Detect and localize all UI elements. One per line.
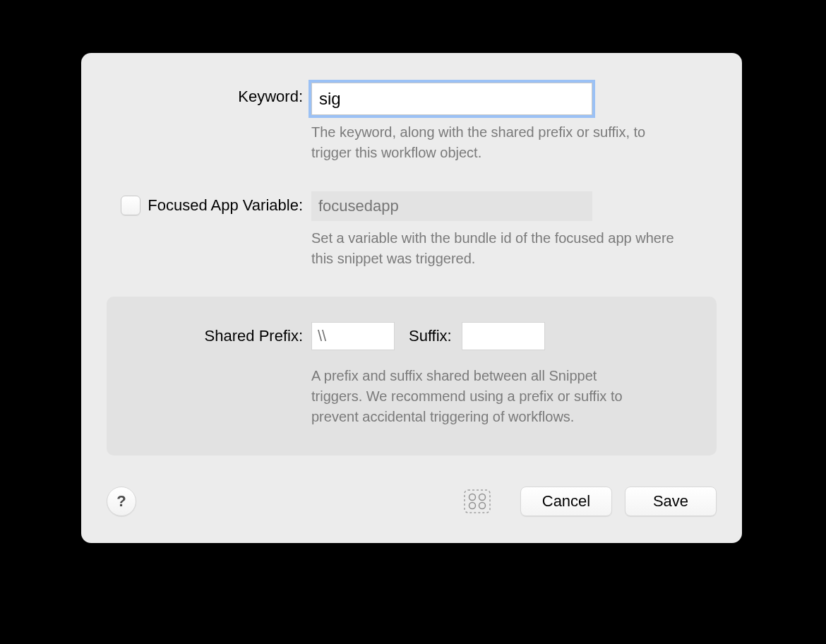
shared-prefix-input[interactable] [311,322,395,350]
svg-point-3 [469,503,476,509]
focused-app-row: Focused App Variable: Set a variable wit… [81,163,742,269]
focused-app-help-text: Set a variable with the bundle id of the… [311,228,678,269]
keyword-label: Keyword: [238,83,303,111]
help-button[interactable]: ? [107,487,136,516]
shared-help-text: A prefix and suffix shared between all S… [311,366,642,427]
cancel-button[interactable]: Cancel [520,487,612,516]
focused-app-variable-input [311,191,592,221]
shared-suffix-input[interactable] [462,322,545,350]
dialog-footer: ? Cancel Save [107,485,717,518]
shared-suffix-label: Suffix: [409,327,452,345]
keyword-help-text: The keyword, along with the shared prefi… [311,122,678,163]
keyword-input[interactable] [311,83,592,115]
save-button[interactable]: Save [625,487,717,516]
shared-prefix-label: Shared Prefix: [205,322,303,350]
variables-grid-icon[interactable] [462,488,492,515]
preferences-sheet: Keyword: The keyword, along with the sha… [81,53,742,543]
keyword-row: Keyword: The keyword, along with the sha… [81,53,742,163]
shared-prefix-panel: Shared Prefix: Suffix: A prefix and suff… [107,297,717,455]
svg-point-1 [469,494,476,501]
svg-point-4 [479,503,486,509]
svg-rect-0 [465,490,490,513]
svg-point-2 [479,494,486,501]
focused-app-checkbox[interactable] [121,196,140,215]
focused-app-label: Focused App Variable: [148,191,303,220]
